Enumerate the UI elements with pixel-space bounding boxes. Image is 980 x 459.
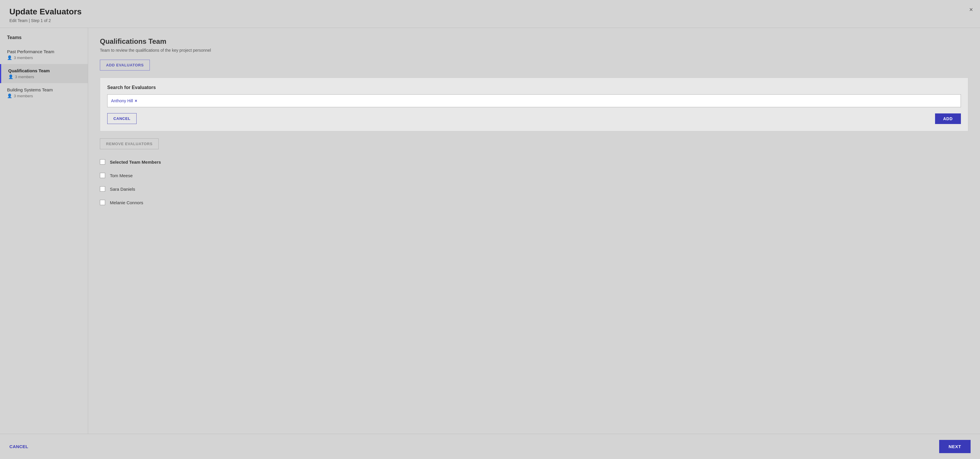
sidebar-item-qualifications-members: 👤 3 members	[8, 74, 81, 79]
member-row-1: Sara Daniels	[100, 182, 968, 196]
search-tag: Anthony Hill ×	[111, 99, 137, 103]
search-label: Search for Evaluators	[107, 85, 961, 90]
add-evaluators-button[interactable]: ADD EVALUATORS	[100, 60, 150, 70]
sidebar-item-building-systems-name: Building Systems Team	[7, 87, 81, 92]
main-content: Qualifications Team Team to review the q…	[88, 28, 980, 434]
search-add-button[interactable]: ADD	[935, 113, 961, 124]
team-title: Qualifications Team	[100, 37, 968, 46]
member-name-1: Sara Daniels	[110, 186, 135, 191]
search-input-container[interactable]: Anthony Hill ×	[107, 94, 961, 107]
member-checkbox-all[interactable]	[100, 159, 105, 164]
search-panel: Search for Evaluators Anthony Hill × CAN…	[100, 78, 968, 131]
member-checkbox-2[interactable]	[100, 200, 105, 205]
search-tag-name: Anthony Hill	[111, 99, 133, 103]
sidebar-item-building-systems-members: 👤 3 members	[7, 94, 81, 98]
search-cancel-button[interactable]: CANCEL	[107, 113, 137, 124]
sidebar-item-qualifications-name: Qualifications Team	[8, 68, 81, 73]
sidebar: Teams Past Performance Team 👤 3 members …	[0, 28, 88, 434]
footer-cancel-button[interactable]: CANCEL	[10, 444, 28, 449]
people-icon: 👤	[7, 55, 12, 60]
member-name-0: Tom Meese	[110, 173, 133, 178]
sidebar-section-title: Teams	[0, 35, 88, 45]
member-name-header: Selected Team Members	[110, 159, 161, 164]
member-row-0: Tom Meese	[100, 169, 968, 182]
modal-footer: CANCEL NEXT	[0, 434, 980, 459]
member-checkbox-0[interactable]	[100, 173, 105, 178]
sidebar-item-past-performance-members: 👤 3 members	[7, 55, 81, 60]
footer-next-button[interactable]: NEXT	[939, 440, 970, 453]
sidebar-item-past-performance-name: Past Performance Team	[7, 49, 81, 54]
remove-evaluators-button[interactable]: REMOVE EVALUATORS	[100, 139, 159, 149]
member-row-2: Melanie Connors	[100, 196, 968, 209]
modal-subtitle: Edit Team | Step 1 of 2	[10, 18, 970, 23]
modal-container: Update Evaluators Edit Team | Step 1 of …	[0, 0, 980, 459]
modal-title: Update Evaluators	[10, 7, 970, 16]
sidebar-item-qualifications[interactable]: Qualifications Team 👤 3 members	[0, 64, 88, 83]
close-button[interactable]: ×	[969, 6, 973, 14]
people-icon-2: 👤	[8, 74, 13, 79]
member-row-header: Selected Team Members	[100, 155, 968, 169]
member-checkbox-1[interactable]	[100, 186, 105, 191]
search-actions: CANCEL ADD	[107, 113, 961, 124]
modal-header: Update Evaluators Edit Team | Step 1 of …	[0, 0, 980, 28]
team-description: Team to review the qualifications of the…	[100, 48, 968, 53]
modal-body: Teams Past Performance Team 👤 3 members …	[0, 28, 980, 434]
people-icon-3: 👤	[7, 94, 12, 98]
sidebar-item-building-systems[interactable]: Building Systems Team 👤 3 members	[0, 83, 88, 102]
member-name-2: Melanie Connors	[110, 200, 143, 205]
sidebar-item-past-performance[interactable]: Past Performance Team 👤 3 members	[0, 45, 88, 64]
tag-remove-button[interactable]: ×	[135, 99, 137, 103]
team-members-list: Selected Team Members Tom Meese Sara Dan…	[100, 155, 968, 209]
